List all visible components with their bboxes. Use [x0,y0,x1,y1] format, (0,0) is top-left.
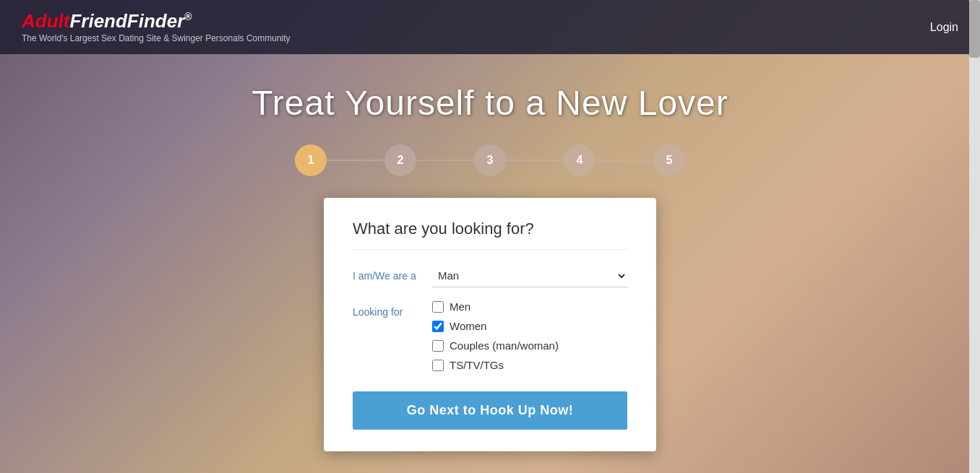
i-am-label: I am/We are a [353,264,432,282]
logo-tagline: The World's Largest Sex Dating Site & Sw… [22,33,291,43]
option-women-label: Women [450,320,486,332]
step-line-4-5 [596,160,653,161]
hero-section: Treat Yourself to a New Lover 1 2 3 4 5 … [0,54,980,451]
step-2-label: 2 [397,154,404,167]
i-am-row: I am/We are a Man Woman Couple [353,264,627,287]
option-women[interactable]: Women [432,320,559,332]
header: AdultFriendFinder® The World's Largest S… [0,0,980,54]
checkbox-women[interactable] [432,321,444,332]
option-couples[interactable]: Couples (man/woman) [432,339,559,352]
checkbox-couples[interactable] [432,340,444,352]
logo-area: AdultFriendFinder® The World's Largest S… [22,11,291,43]
form-title: What are you looking for? [353,220,627,250]
hero-title: Treat Yourself to a New Lover [252,83,728,123]
step-5-label: 5 [666,154,673,167]
option-ts-label: TS/TV/TGs [450,359,504,371]
login-button[interactable]: Login [930,21,958,34]
step-line-3-4 [506,160,564,161]
step-5[interactable]: 5 [653,144,685,176]
checkbox-group: Men Women Couples (man/woman) TS/TV/TGs [432,300,559,371]
step-indicator: 1 2 3 4 5 [295,144,685,176]
option-couples-label: Couples (man/woman) [450,339,559,352]
form-card: What are you looking for? I am/We are a … [324,198,656,451]
step-3-label: 3 [487,154,494,167]
step-line-2-3 [416,160,474,161]
option-men-label: Men [450,300,470,313]
logo-friendfinder: FriendFinder [69,10,184,32]
scrollbar-thumb[interactable] [969,0,980,58]
looking-for-row: Looking for Men Women Couples (man/woman… [353,300,627,371]
scrollbar[interactable] [969,0,980,473]
i-am-select[interactable]: Man Woman Couple [432,264,627,287]
logo-adult: Adult [22,10,69,32]
option-men[interactable]: Men [432,300,559,313]
checkbox-ts[interactable] [432,360,444,371]
step-1[interactable]: 1 [295,144,327,176]
checkbox-men[interactable] [432,301,444,313]
logo: AdultFriendFinder® [22,11,291,32]
option-ts[interactable]: TS/TV/TGs [432,359,559,371]
step-2[interactable]: 2 [384,144,416,176]
looking-for-label: Looking for [353,300,432,318]
step-1-label: 1 [308,154,314,167]
step-4-label: 4 [577,154,583,167]
next-button[interactable]: Go Next to Hook Up Now! [353,391,627,430]
step-line-1-2 [327,160,384,161]
logo-registered: ® [184,12,192,23]
step-4[interactable]: 4 [564,144,596,176]
step-3[interactable]: 3 [474,144,506,176]
